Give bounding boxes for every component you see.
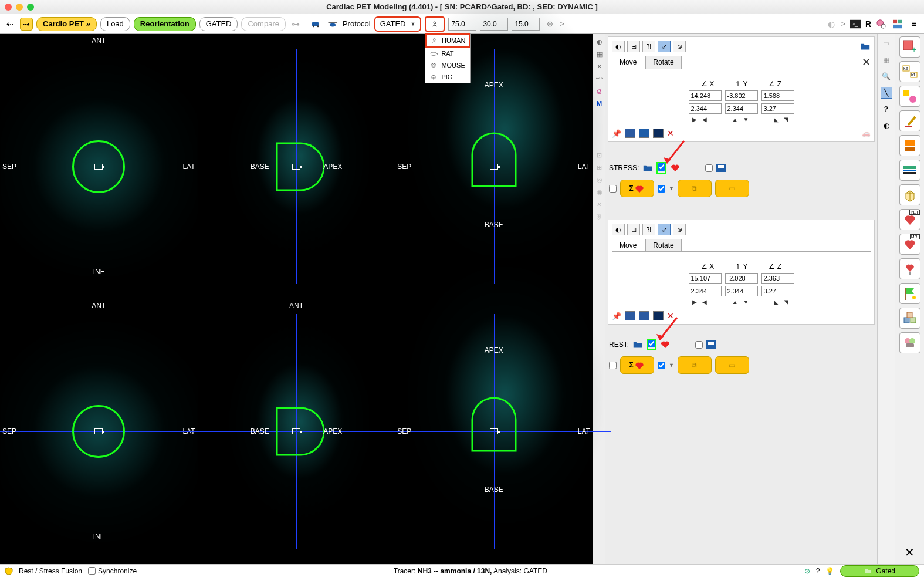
tool-colorbar[interactable] [899,160,920,181]
stress-heart-icon[interactable] [670,164,681,172]
stress-y2-input[interactable] [725,103,758,114]
link-icon[interactable]: ⊶ [289,18,302,31]
tool-heart-mri[interactable]: MRI [899,234,920,255]
rest-x2-input[interactable] [689,286,722,296]
rest-z2-input[interactable] [761,286,794,296]
stress-highlight-checkbox[interactable] [656,162,666,174]
mode-contrast-tab-rest[interactable]: ◐ [612,224,625,235]
close-right-panel-icon[interactable]: ✕ [900,541,919,564]
panel-tool-2[interactable]: ▦ [881,54,892,66]
save-2-button[interactable] [639,129,649,138]
stress-save-checkbox[interactable] [705,164,713,172]
menu-icon[interactable]: ≡ [908,18,920,31]
toggle-button-rest[interactable] [653,311,664,320]
delete-icon[interactable]: ✕ [667,129,675,138]
tool-orange[interactable] [899,135,920,156]
status-ok-icon[interactable]: ⊘ [804,567,810,575]
stress-save-icon[interactable] [716,164,726,172]
tool-scoops[interactable] [899,332,920,353]
mode-grid-tab[interactable]: ⊞ [627,41,640,52]
species-item-pig[interactable]: PIG [425,71,470,83]
layout-icon[interactable] [891,18,904,31]
view-sa-rest[interactable]: ANT LAT INF SEP [0,299,198,565]
tab-rotate-rest[interactable]: Rotate [645,239,681,251]
y-stepper[interactable]: ▲ ▼ [732,116,751,123]
rest-x-input[interactable] [689,273,722,284]
species-item-rat[interactable]: RAT [425,48,470,59]
tab-rotate[interactable]: Rotate [645,56,681,69]
tool-heart-pet[interactable]: PET [899,209,920,230]
stress-sigma-button[interactable]: Σ [620,180,654,197]
tool-shapes[interactable] [899,86,920,107]
minimize-window-button[interactable] [16,4,23,11]
terminal-icon[interactable]: >_ [849,18,862,31]
rest-sigma-button[interactable]: Σ [620,356,654,374]
status-help-icon[interactable]: ? [816,567,820,575]
mode-info-tab[interactable]: ⁈ [642,41,655,52]
view-vla-stress[interactable]: BASE APEX [198,34,395,299]
mode-grid-tab-rest[interactable]: ⊞ [627,224,640,235]
delete-icon-rest[interactable]: ✕ [667,311,675,320]
view-sa-stress[interactable]: ANT LAT INF SEP [0,34,198,299]
mode-chart-tab-rest[interactable]: ⤢ [658,224,671,235]
tool-pencil[interactable] [899,110,920,131]
tab-move[interactable]: Move [612,56,644,69]
reorientation-button[interactable]: Reorientation [134,17,196,31]
gated-button[interactable]: GATED [199,17,238,31]
view-vla-rest[interactable]: ANT BASE APEX [198,299,395,565]
tool-red-plus[interactable]: + [899,36,920,58]
rest-blank-button[interactable]: ▭ [715,356,749,374]
x-stepper[interactable]: ▶ ◀ [692,116,709,123]
rest-heart-icon[interactable] [660,340,671,349]
tool-heart-arrow[interactable] [899,258,920,279]
cardio-pet-button[interactable]: Cardio PET » [36,17,97,31]
rest-z-input[interactable] [761,273,794,284]
synchronize-checkbox[interactable]: Synchronize [88,567,137,575]
nav-back-icon[interactable]: ⇠ [4,18,16,31]
stress-cb2[interactable] [658,185,665,193]
load-button[interactable]: Load [100,17,130,31]
y-stepper-rest[interactable]: ▲ ▼ [732,299,751,305]
rest-y2-input[interactable] [725,286,758,296]
toggle-button[interactable] [653,129,664,138]
z-stepper-rest[interactable]: ◣ ◥ [774,299,790,305]
stress-x-input[interactable] [689,90,722,101]
car-icon[interactable] [310,18,323,31]
rest-highlight-checkbox[interactable] [647,339,656,350]
stress-z2-input[interactable] [761,103,794,114]
pin-icon[interactable]: 📌 [612,129,621,138]
rest-link-button[interactable]: ⧉ [678,356,712,374]
panel-tool-1[interactable]: ▭ [881,38,892,49]
stress-link-button[interactable]: ⧉ [678,180,712,197]
rest-open-icon[interactable] [632,340,643,349]
stress-open-icon[interactable] [642,164,653,172]
close-window-button[interactable] [5,4,12,11]
view-hla-rest[interactable]: APEX LAT BASE SEP [395,299,593,565]
rest-save-checkbox[interactable] [695,341,703,349]
close-panel-icon[interactable]: ✕ [862,56,871,69]
stress-y-input[interactable] [725,90,758,101]
species-item-human[interactable]: HUMAN [425,33,470,48]
stress-sigma-checkbox[interactable] [609,185,617,193]
mode-target-tab-rest[interactable]: ⊚ [673,224,686,235]
save-2-button-rest[interactable] [639,311,649,320]
panel-tool-3[interactable]: 🔍 [881,70,892,82]
panel-tool-help[interactable]: ? [881,103,892,115]
tool-flag[interactable] [899,283,920,304]
rest-sigma-checkbox[interactable] [609,362,617,369]
pin-icon-rest[interactable]: 📌 [612,312,621,320]
mode-chart-tab[interactable]: ⤢ [658,41,671,52]
panel-tool-4[interactable]: ╲ [881,87,892,99]
stress-z-input[interactable] [761,90,794,101]
status-bulb-icon[interactable]: 💡 [825,567,834,575]
rest-save-icon[interactable] [706,340,716,349]
gated-run-button[interactable]: Gated [840,565,919,577]
brain-settings-icon[interactable] [875,18,888,31]
stress-x2-input[interactable] [689,103,722,114]
save-1-button[interactable] [625,129,635,138]
open-folder-icon[interactable] [860,42,871,50]
mode-target-tab[interactable]: ⊚ [673,41,686,52]
rest-y-input[interactable] [725,273,758,284]
nav-forward-icon[interactable]: ⇢ [20,18,33,31]
cars-icon[interactable]: 🚗 [862,129,871,137]
